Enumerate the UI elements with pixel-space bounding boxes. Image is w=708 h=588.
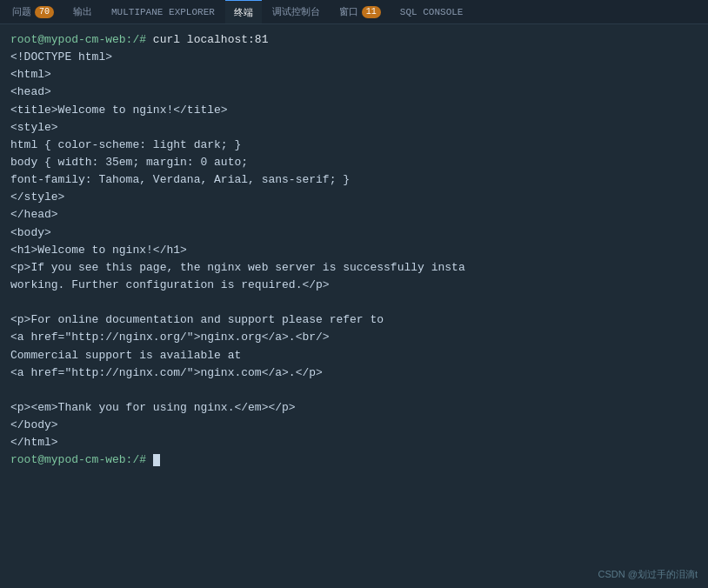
prompt-end: root@mypod-cm-web:/# <box>10 453 153 466</box>
tab-problems-badge: 70 <box>35 6 54 18</box>
tab-bar: 问题 70 输出 MULTIPANE EXPLORER 终端 调试控制台 窗口 … <box>0 0 708 24</box>
tab-debug-label: 调试控制台 <box>272 5 320 18</box>
line-css3: font-family: Tahoma, Verdana, Arial, san… <box>10 173 350 186</box>
tab-problems[interactable]: 问题 70 <box>3 0 63 23</box>
line-p3: <p><em>Thank you for using nginx.</em></… <box>10 401 296 414</box>
watermark: CSDN @划过手的泪滴t <box>598 568 698 581</box>
line-a1: <a href="http://nginx.org/">nginx.org</a… <box>10 331 330 344</box>
tab-terminal-label: 终端 <box>234 6 253 19</box>
line-commercial: Commercial support is available at <box>10 349 241 362</box>
tab-problems-label: 问题 <box>12 5 31 18</box>
prompt-line: root@mypod-cm-web:/# <box>10 33 153 46</box>
line-style-open: <style> <box>10 121 58 134</box>
tab-window-badge: 11 <box>362 6 381 18</box>
line-css1: html { color-scheme: light dark; } <box>10 138 241 151</box>
terminal-cursor <box>153 454 160 466</box>
tab-window-label: 窗口 <box>339 5 358 18</box>
tab-debug[interactable]: 调试控制台 <box>264 0 329 23</box>
line-h1: <h1>Welcome to nginx!</h1> <box>10 244 187 257</box>
line-p1-cont: working. Further configuration is requir… <box>10 278 330 291</box>
line-a2: <a href="http://nginx.com/">nginx.com</a… <box>10 366 323 379</box>
line-body-open: <body> <box>10 226 51 239</box>
line-css2: body { width: 35em; margin: 0 auto; <box>10 156 248 169</box>
terminal-content: root@mypod-cm-web:/# curl localhost:81 <… <box>10 31 698 470</box>
line-title: <title>Welcome to nginx!</title> <box>10 104 228 117</box>
line-style-close: </style> <box>10 190 64 204</box>
line-head-close: </head> <box>10 208 58 221</box>
line-body-close: </body> <box>10 418 58 431</box>
tab-output[interactable]: 输出 <box>64 0 101 23</box>
line-html-close: </html> <box>10 436 58 449</box>
tab-terminal[interactable]: 终端 <box>225 0 262 23</box>
tab-sql[interactable]: SQL CONSOLE <box>391 0 472 23</box>
tab-multipane[interactable]: MULTIPANE EXPLORER <box>103 0 224 23</box>
line-doctype: <!DOCTYPE html> <box>10 50 112 63</box>
line-p1: <p>If you see this page, the nginx web s… <box>10 261 465 274</box>
line-p2: <p>For online documentation and support … <box>10 313 384 326</box>
cmd-text: curl localhost:81 <box>153 33 269 46</box>
tab-window[interactable]: 窗口 11 <box>331 0 390 23</box>
tab-multipane-label: MULTIPANE EXPLORER <box>111 7 215 17</box>
tab-sql-label: SQL CONSOLE <box>400 7 464 17</box>
terminal-area[interactable]: root@mypod-cm-web:/# curl localhost:81 <… <box>0 24 708 588</box>
line-head-open: <head> <box>10 85 51 98</box>
tab-output-label: 输出 <box>73 5 92 18</box>
line-html-open: <html> <box>10 68 51 81</box>
